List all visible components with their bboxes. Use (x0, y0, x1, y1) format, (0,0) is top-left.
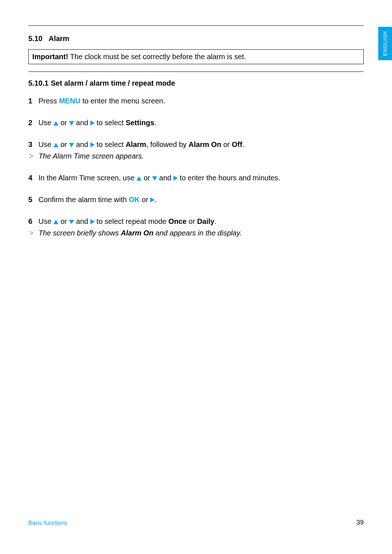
step-text: to select repeat mode (95, 217, 168, 225)
once-label: Once (168, 217, 187, 225)
horizontal-rule-top (28, 25, 364, 26)
step-text: or (221, 140, 232, 148)
step-number: 5 (28, 194, 32, 205)
svg-marker-1 (69, 121, 74, 126)
step-number: 2 (28, 117, 32, 128)
alarm-on-label: Alarm On (189, 140, 221, 148)
step-text: . (215, 217, 217, 225)
step-text: to select (95, 140, 126, 148)
svg-marker-2 (90, 120, 95, 126)
svg-marker-6 (136, 176, 142, 181)
steps-list: 1 Press MENU to enter the menu screen. 2… (28, 95, 364, 238)
triangle-up-icon (53, 121, 58, 126)
triangle-down-icon (152, 176, 157, 181)
step-text: , followed by (146, 140, 189, 148)
triangle-down-icon (69, 220, 74, 224)
step-text: or (187, 217, 197, 225)
triangle-right-icon (90, 142, 95, 147)
triangle-right-icon (150, 197, 155, 202)
svg-marker-9 (150, 197, 155, 202)
svg-marker-10 (53, 220, 58, 224)
step-1: 1 Press MENU to enter the menu screen. (28, 95, 364, 106)
step-number: 4 (28, 172, 32, 183)
step-text: Use (38, 119, 53, 127)
step-2: 2 Use or and to select Settings. (28, 117, 364, 128)
step-text: . (154, 119, 156, 127)
triangle-up-icon (53, 220, 58, 224)
triangle-right-icon (173, 176, 178, 181)
step-4: 4 In the Alarm Time screen, use or and t… (28, 172, 364, 183)
svg-marker-11 (69, 220, 74, 224)
svg-marker-4 (69, 143, 74, 147)
triangle-right-icon (90, 120, 95, 126)
result-text: and appears in the display. (154, 229, 242, 237)
triangle-down-icon (69, 143, 74, 147)
subsection-heading: 5.10.1Set alarm / alarm time / repeat mo… (28, 79, 364, 87)
step-text: or (142, 174, 152, 182)
alarm-on-label: Alarm On (121, 229, 154, 237)
daily-label: Daily (197, 217, 215, 225)
step-number: 6 (28, 216, 32, 227)
important-label: Important! (32, 53, 68, 61)
svg-marker-5 (90, 142, 95, 147)
step-text: to enter the hours and minutes. (178, 174, 280, 182)
step-text: or (58, 140, 69, 148)
triangle-right-icon (90, 219, 95, 224)
triangle-up-icon (53, 143, 58, 147)
section-title: Alarm (49, 34, 69, 42)
step-number: 1 (28, 95, 32, 106)
step-text: and (74, 140, 90, 148)
result-text: The Alarm Time screen appears. (38, 152, 144, 160)
step-text: or (58, 119, 69, 127)
step-text: to select (95, 119, 126, 127)
language-tab: ENGLISH (378, 27, 392, 60)
section-heading: 5.10Alarm (28, 34, 364, 43)
svg-marker-3 (53, 143, 58, 147)
settings-label: Settings (126, 119, 154, 127)
off-label: Off (232, 140, 242, 148)
step-text: and (157, 174, 173, 182)
footer-section-name: Basic functions (28, 520, 68, 526)
triangle-up-icon (136, 176, 142, 181)
step-5: 5 Confirm the alarm time with OK or . (28, 194, 364, 205)
step-number: 3 (28, 139, 32, 150)
step-text: to enter the menu screen. (81, 97, 165, 105)
result-6: The screen briefly shows Alarm On and ap… (28, 227, 364, 238)
subsection-title: Set alarm / alarm time / repeat mode (51, 79, 175, 87)
result-text: The screen briefly shows (38, 229, 121, 237)
step-text: Press (38, 97, 59, 105)
step-text: and (74, 119, 90, 127)
step-text: Use (38, 217, 53, 225)
step-text: In the Alarm Time screen, use (38, 174, 136, 182)
step-text: and (74, 217, 90, 225)
svg-marker-7 (152, 176, 157, 181)
svg-marker-12 (90, 219, 95, 224)
step-text: Confirm the alarm time with (38, 196, 129, 204)
svg-marker-0 (53, 121, 58, 126)
step-text: . (155, 196, 157, 204)
result-3: The Alarm Time screen appears. (28, 151, 364, 161)
page-number: 39 (356, 519, 364, 526)
svg-marker-8 (173, 176, 178, 181)
horizontal-rule-mid (28, 71, 364, 72)
ok-key: OK (129, 196, 140, 204)
alarm-label: Alarm (126, 140, 146, 148)
triangle-down-icon (69, 121, 74, 126)
step-text: or (58, 217, 69, 225)
subsection-number: 5.10.1 (28, 79, 51, 87)
important-text: The clock must be set correctly before t… (68, 53, 246, 61)
section-number: 5.10 (28, 34, 49, 43)
step-3: 3 Use or and to select Alarm, followed b… (28, 139, 364, 150)
step-text: or (140, 196, 150, 204)
important-box: Important! The clock must be set correct… (28, 49, 364, 64)
step-text: . (242, 140, 244, 148)
step-6: 6 Use or and to select repeat mode Once … (28, 216, 364, 227)
step-text: Use (38, 140, 53, 148)
menu-key: MENU (59, 97, 81, 105)
